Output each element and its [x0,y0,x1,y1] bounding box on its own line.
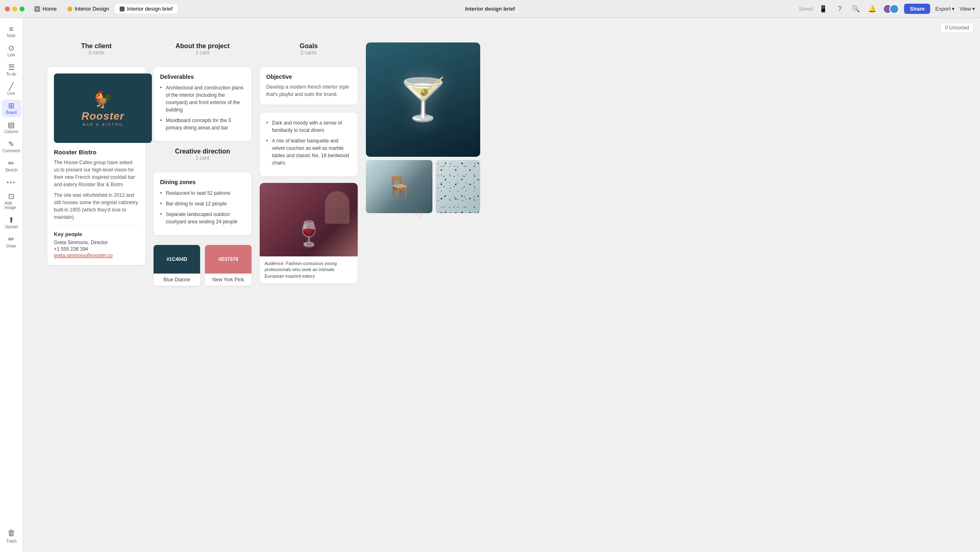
sidebar-item-note[interactable]: ≡ Note [2,23,21,40]
line-icon: ╱ [9,83,13,90]
board-icon: ⊞ [8,102,14,109]
chair-image[interactable]: 🪑 [366,160,432,213]
sidebar-item-line[interactable]: ╱ Line [2,80,21,98]
wine-glass-icon: 🍷 [294,219,324,248]
hand-visual [325,191,350,224]
avatar-2 [889,4,899,14]
dining-item-2: Bar dining to seat 12 people [160,200,245,207]
sidebar-item-more[interactable]: ••• [2,176,21,189]
canvas-area[interactable]: 0 Unsorted The client 3 cards 🐓 Rooster … [23,18,980,552]
rooster-brand-name: Rooster [81,110,124,122]
martini-glass-icon: 🍸 [398,76,449,124]
sidebar-item-sketch[interactable]: ✏ Sketch [2,157,21,175]
tab-group: M Home Interior Design Interior design b… [29,4,178,13]
notification-icon[interactable]: 🔔 [866,3,878,15]
share-button[interactable]: Share [904,4,930,14]
main-cocktail-image[interactable]: 🍸 [366,42,480,157]
tab-home[interactable]: M Home [29,4,62,13]
upload-icon: ⬆ [8,216,14,224]
dining-zones-card[interactable]: Dining zones Restaurant to seat 52 patro… [154,172,252,235]
traffic-lights [5,7,24,11]
goals-detail-card[interactable]: Dark and moody with a sense of familiari… [260,113,358,176]
goal-item-1: Dark and moody with a sense of familiari… [266,119,351,134]
canvas-content: The client 3 cards 🐓 Rooster BAR & BISTR… [47,42,480,286]
minimize-button[interactable] [12,7,17,11]
audience-image: 🍷 [260,183,358,256]
sidebar-item-todo[interactable]: ☰ To-do [2,61,21,79]
goal-item-2: A mix of leather banquette and velvet co… [266,137,351,167]
titlebar-right: Saved 📱 ? 🔍 🔔 Share Export ▾ View ▾ [799,3,975,15]
color-swatches: #1C404D Blue Dianne #D37378 New York Pin… [154,245,252,286]
contact-phone: +1 555 238 394 [54,246,139,252]
document-title: Interior design brief [465,6,515,12]
chair-icon: 🪑 [385,174,413,200]
sidebar-item-column[interactable]: ▤ Column [2,119,21,136]
link-icon: ⊙ [8,45,14,52]
sidebar-item-comment[interactable]: ✎ Comment [2,138,21,156]
sidebar-item-draw[interactable]: ✏ Draw [2,233,21,251]
tab-interior-label: Interior Design [75,6,109,12]
goals-column-header: Goals 2 cards [260,42,358,60]
draw-icon: ✏ [8,236,14,243]
swatch-blue-color: #1C404D [154,245,200,274]
about-column-header: About the project 1 card [154,42,252,60]
app-body: ≡ Note ⊙ Link ☰ To-do ╱ Line ⊞ Board ▤ C… [0,18,980,552]
sketch-icon: ✏ [8,160,14,167]
sidebar-item-add-image[interactable]: ⊡ Add Image [2,190,21,212]
column-icon: ▤ [8,121,15,129]
rooster-logo: 🐓 Rooster BAR & BISTRO [54,73,152,143]
tab-interior-brief[interactable]: Interior design brief [115,4,177,13]
objective-card[interactable]: Objective Develop a modern french interi… [260,67,358,105]
maximize-button[interactable] [20,7,24,11]
rooster-bird-icon: 🐓 [81,90,124,109]
contact-email[interactable]: greta.simmons@rooster.co [54,253,139,258]
titlebar: M Home Interior Design Interior design b… [0,0,980,18]
help-icon[interactable]: ? [834,3,845,15]
contact-name: Greta Simmons, Director [54,240,139,245]
dining-list: Restaurant to seat 52 patrons Bar dining… [160,189,245,225]
texture-visual [436,160,480,213]
deliverable-item-1: Architectural and construction plans of … [160,84,245,114]
sidebar-item-link[interactable]: ⊙ Link [2,42,21,60]
client-name: Rooster Bistro [54,149,139,156]
tab-home-label: Home [42,6,57,12]
client-card[interactable]: 🐓 Rooster BAR & BISTRO Rooster Bistro Th… [47,67,145,265]
client-column: The client 3 cards 🐓 Rooster BAR & BISTR… [47,42,145,286]
small-images-row: 🪑 [366,160,480,213]
close-button[interactable] [5,7,10,11]
goals-column: Goals 2 cards Objective Develop a modern… [260,42,358,286]
swatch-pink-color: #D37378 [205,245,252,274]
sidebar-item-board[interactable]: ⊞ Board [2,100,21,117]
view-button[interactable]: View ▾ [960,6,975,12]
swatch-blue-label: Blue Dianne [154,274,200,286]
audience-card[interactable]: 🍷 Audience: Fashion-conscious young prof… [260,183,358,283]
deliverables-card[interactable]: Deliverables Architectural and construct… [154,67,252,141]
deliverables-list: Architectural and construction plans of … [160,84,245,131]
dining-title: Dining zones [160,179,245,185]
saved-status: Saved [799,6,813,12]
trash-icon: 🗑 [7,528,16,538]
avatar-group [883,4,899,14]
goals-list: Dark and moody with a sense of familiari… [266,119,351,167]
heart-decoration: ♡ [415,208,476,220]
tab-interior-design[interactable]: Interior Design [62,4,114,13]
add-image-icon: ⊡ [8,193,14,200]
comment-icon: ✎ [8,140,14,148]
deliverable-item-2: Moodboard concepts for the 3 primary din… [160,117,245,131]
dining-item-1: Restaurant to seat 52 patrons [160,189,245,197]
unsorted-badge: 0 Unsorted [940,23,973,33]
search-icon[interactable]: 🔍 [850,3,862,15]
sidebar-item-upload[interactable]: ⬆ Upload [2,214,21,231]
client-desc-2: The site was refurbished in 2012 and sti… [54,191,139,221]
client-column-header: The client 3 cards [47,42,145,60]
device-icon[interactable]: 📱 [817,3,829,15]
trash-section[interactable]: 🗑 Trash [0,519,23,552]
more-icon: ••• [7,179,16,186]
swatch-pink-label: New York Pink [205,274,252,286]
sidebar: ≡ Note ⊙ Link ☰ To-do ╱ Line ⊞ Board ▤ C… [0,18,23,552]
texture-image[interactable] [436,160,480,213]
export-button[interactable]: Export ▾ [935,6,955,12]
rooster-sub-title: BAR & BISTRO [81,122,124,127]
images-column: 🍸 🪑 [366,42,480,286]
audience-caption: Audience: Fashion-conscious young profes… [260,256,358,283]
